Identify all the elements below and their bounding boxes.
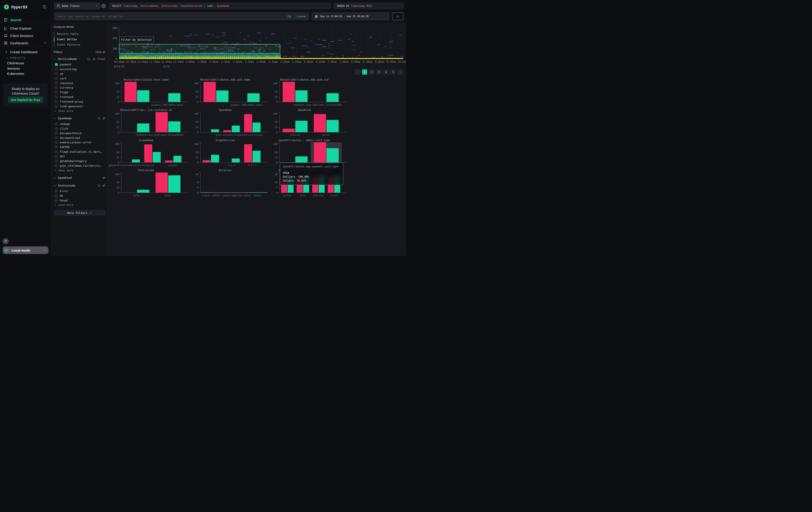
checkbox-unchecked[interactable] — [55, 160, 58, 162]
lucene-toggle[interactable]: Lucene — [297, 15, 306, 18]
page-5-button[interactable]: 5 — [390, 69, 396, 75]
preset-item-clickhouse[interactable]: ClickHouse — [0, 60, 51, 65]
filter-group-name[interactable]: SpanName — [58, 117, 72, 120]
outlier-bar[interactable] — [124, 82, 137, 102]
filter-option-documentfetch[interactable]: documentFetch — [51, 131, 108, 136]
search-input[interactable]: Search your events w/ Lucene ex. column:… — [54, 12, 309, 20]
checkbox-unchecked[interactable] — [55, 127, 58, 130]
filter-by-selection-button[interactable]: Filter by Selection — [119, 36, 154, 43]
user-menu[interactable]: U Local mode — [3, 246, 49, 254]
inlier-bar[interactable] — [253, 123, 261, 132]
pin-icon[interactable] — [102, 184, 106, 187]
inlier-bar[interactable] — [211, 129, 219, 132]
inlier-bar[interactable] — [326, 93, 339, 102]
outlier-bar[interactable] — [204, 82, 216, 102]
date-range-picker[interactable]: Sep 14 22:04:35 - Sep 15 10:04:35 — [312, 12, 389, 20]
outlier-bar[interactable] — [244, 144, 252, 162]
clear-all-filters-button[interactable]: Clear all — [95, 51, 105, 54]
mode-event-patterns[interactable]: Event Patterns — [54, 42, 80, 47]
load-more-button[interactable]: Load more — [51, 203, 108, 207]
checkbox-unchecked[interactable] — [55, 155, 58, 158]
filter-option-frontend-proxy[interactable]: frontend-proxy — [51, 99, 108, 104]
checkbox-unchecked[interactable] — [55, 150, 58, 153]
filter-option-flagd[interactable]: flagd — [51, 90, 108, 95]
inlier-bar[interactable] — [211, 155, 219, 162]
filter-group-name[interactable]: StatusCode — [58, 184, 75, 187]
inlier-bar[interactable] — [295, 156, 308, 162]
inlier-bar[interactable] — [326, 148, 339, 162]
checkbox-unchecked[interactable] — [55, 77, 58, 80]
filter-option-payment[interactable]: payment — [51, 62, 108, 67]
outlier-bar[interactable] — [283, 129, 295, 132]
filter-option-expire[interactable]: EXPIRE — [51, 145, 108, 150]
inlier-bar[interactable] — [232, 126, 240, 132]
get-started-button[interactable]: Get Started for Free — [8, 97, 43, 103]
inlier-bar[interactable] — [137, 190, 149, 193]
outlier-bar[interactable] — [283, 82, 295, 102]
outlier-bar[interactable] — [203, 160, 210, 162]
checkbox-checked[interactable] — [55, 63, 58, 66]
heatmap-selection[interactable] — [119, 44, 280, 53]
sidebar-item-search[interactable]: Search — [0, 17, 51, 23]
filter-option-accounting[interactable]: accounting — [51, 67, 108, 72]
inlier-bar[interactable] — [216, 90, 229, 102]
show-more-button[interactable]: Show more — [51, 168, 108, 173]
page-2-button[interactable]: 2 — [369, 69, 374, 75]
inlier-bar[interactable] — [137, 90, 149, 102]
select-clause-input[interactable]: SELECT Timestamp, ServiceName, StatusCod… — [109, 3, 330, 9]
page-prev-button[interactable]: ‹ — [355, 69, 360, 75]
filter-option-checkout[interactable]: checkout — [51, 81, 108, 85]
presets-toggle[interactable]: PRESETS — [0, 56, 51, 60]
filter-option-eventlistener-error[interactable]: eventListener.error — [51, 140, 108, 145]
filter-option-ok[interactable]: Ok — [51, 193, 108, 198]
filter-group-name[interactable]: ServiceName — [58, 57, 77, 60]
chevron-down-icon[interactable] — [54, 57, 56, 61]
inlier-bar[interactable] — [295, 90, 308, 102]
filter-option-cart[interactable]: cart — [51, 76, 108, 81]
mode-event-deltas[interactable]: Event Deltas — [54, 37, 80, 42]
outlier-bar[interactable] — [244, 114, 252, 132]
filter-option-documentload[interactable]: documentLoad — [51, 136, 108, 140]
clear-group-button[interactable]: Clear — [97, 57, 106, 60]
page-4-button[interactable]: 4 — [383, 69, 389, 75]
filter-group-name[interactable]: SpanKind — [58, 176, 72, 180]
checkbox-unchecked[interactable] — [55, 82, 58, 85]
pin-icon[interactable] — [102, 117, 106, 120]
inlier-bar[interactable] — [153, 152, 161, 162]
sidebar-item-dashboards[interactable]: Dashboards — [0, 39, 51, 46]
outlier-bar[interactable] — [144, 144, 152, 162]
outlier-bar[interactable] — [224, 130, 231, 132]
filter-option-load-generator[interactable]: load-generator — [51, 104, 108, 109]
checkbox-unchecked[interactable] — [55, 72, 58, 75]
checkbox-unchecked[interactable] — [55, 132, 58, 135]
checkbox-unchecked[interactable] — [55, 199, 58, 202]
data-source-select[interactable]: Demo Traces — [54, 3, 100, 9]
checkbox-unchecked[interactable] — [55, 136, 58, 139]
inlier-bar[interactable] — [168, 176, 180, 193]
filter-option-flagd-evaluation-v1-serv-[interactable]: flagd.evaluation.v1.Serv… — [51, 150, 108, 154]
pin-icon[interactable] — [92, 57, 95, 60]
filter-option-getadsbycategory[interactable]: getAdsByCategory — [51, 159, 108, 163]
inlier-bar[interactable] — [248, 93, 260, 102]
inlier-bar[interactable] — [168, 121, 180, 132]
sidebar-item-client-sessions[interactable]: Client Sessions — [0, 32, 51, 39]
filter-option-error[interactable]: Error — [51, 189, 108, 193]
chevron-down-icon[interactable] — [54, 183, 56, 188]
checkbox-unchecked[interactable] — [55, 100, 58, 103]
page-1-button[interactable]: 1 — [362, 69, 367, 75]
checkbox-unchecked[interactable] — [55, 68, 58, 71]
outlier-bar[interactable] — [314, 142, 326, 162]
preset-item-services[interactable]: Services — [0, 66, 51, 71]
search-icon[interactable] — [97, 117, 100, 120]
more-filters-button[interactable]: More filters — [54, 210, 106, 216]
checkbox-unchecked[interactable] — [55, 91, 58, 94]
inlier-bar[interactable] — [326, 120, 339, 132]
chevron-right-icon[interactable] — [54, 176, 56, 180]
checkbox-unchecked[interactable] — [55, 141, 58, 144]
checkbox-unchecked[interactable] — [55, 145, 58, 149]
help-button[interactable]: ? — [3, 238, 9, 244]
sql-toggle[interactable]: SQL — [287, 15, 292, 18]
inlier-bar[interactable] — [295, 120, 308, 132]
inlier-bar[interactable] — [168, 93, 180, 102]
filter-option-get[interactable]: GET — [51, 154, 108, 159]
